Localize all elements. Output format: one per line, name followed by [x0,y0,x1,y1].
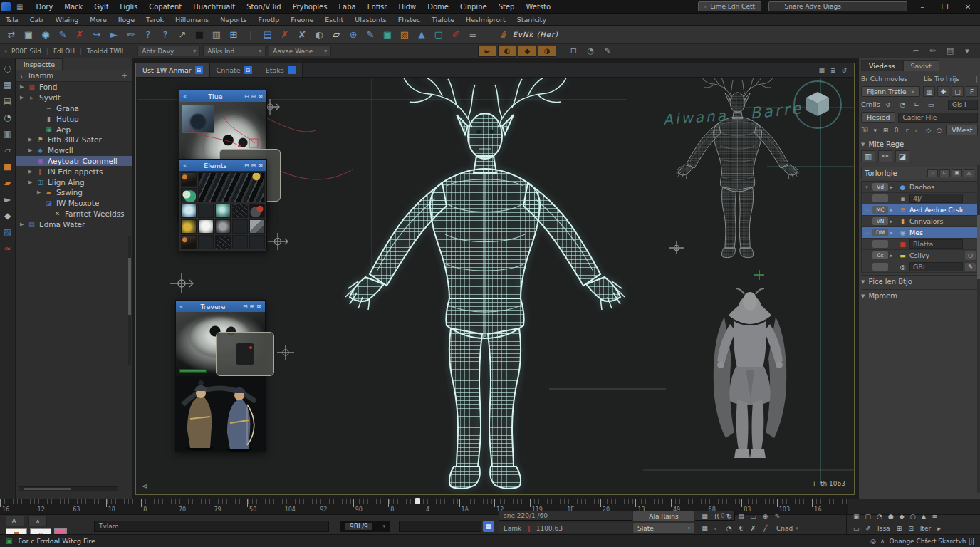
modifier-row[interactable]: ▪ 4J/ [862,193,977,204]
asset-thumbnail[interactable] [215,219,231,234]
viewport-nav-control-icon[interactable]: Iter [920,525,931,532]
minimize-button[interactable]: – [914,3,930,11]
slate-dropdown[interactable]: Slate▾ [632,523,695,533]
toolbar-icon[interactable]: ▾ [960,46,974,56]
panel-title-bar[interactable]: « Tlue ⊟⊞⊠ [179,90,266,102]
toolbar-icon[interactable]: ? [140,27,157,43]
asset-thumbnail[interactable] [181,235,197,249]
modifier-extra-icon[interactable] [965,194,976,203]
grills-icon[interactable]: ↺ [883,101,894,108]
viewport-nav-control-icon[interactable]: ✐ [866,525,872,532]
asset-thumbnail[interactable] [232,204,248,218]
viewport-corner-icon[interactable]: ≣ [830,67,836,74]
mini-icon[interactable]: 0 [892,127,900,134]
modifier-row[interactable]: — DM ▸ ◉ Mes [862,227,977,239]
toolbar-icon[interactable]: ✎ [600,46,615,56]
panel-tool-icon[interactable]: ✚ [937,86,949,97]
close-button[interactable]: ✕ [960,3,976,11]
collapsed-section[interactable]: ▼Mpmem [861,289,978,302]
toolbar-icon[interactable]: ↪ [88,27,105,43]
toolbar-icon[interactable]: ▣ [20,27,37,43]
viewport-nav-control-icon[interactable]: ◔ [877,513,882,520]
hesied-button[interactable]: Hesied [861,112,895,123]
command-panel-tab[interactable]: Savlvt [903,60,939,71]
toolbar-icon[interactable]: ► [105,27,123,43]
asset-thumbnail[interactable] [181,204,197,218]
toolbar-icon[interactable]: ◐ [311,27,328,43]
toolbar-icon[interactable]: | [242,27,259,43]
viewport-nav-control-icon[interactable]: ◆ [900,513,905,520]
modifier-extra-icon[interactable] [965,183,976,192]
snap-toggle-button[interactable]: ◐ [498,46,516,57]
modifier-expand-icon[interactable]: ▸ [890,253,896,259]
panel-minimize-icon[interactable]: ⊟ [244,162,249,169]
toolbar-icon[interactable]: ▢ [430,27,447,43]
tree-item[interactable]: ▶ ◆ Mowcll [16,145,132,156]
menu-item[interactable]: Fnotlp [253,16,286,24]
menu-item[interactable]: Fnfisr [362,3,393,11]
explorer-tab[interactable]: Inspactte [16,58,63,70]
menu-item[interactable]: Cinpine [454,3,493,11]
modifier-extra-icon[interactable] [965,229,976,237]
tool-strip-icon[interactable]: ▤ [0,93,15,109]
panel-tool-icon[interactable]: ▥ [923,86,935,97]
explorer-hscrollbar[interactable] [19,486,118,491]
modifier-extra-icon[interactable] [965,206,976,214]
mini-icon[interactable]: ○ [935,127,943,134]
viewport-nav-control-icon[interactable]: ≡ [932,513,937,520]
panel-maximize-icon[interactable]: ⊞ [251,93,256,100]
menu-item[interactable]: Figlis [114,3,143,11]
snap-toggle-button[interactable]: ◆ [518,46,536,57]
snap-toggle-button[interactable]: ► [478,46,496,57]
grills-icon[interactable]: ▭ [926,101,937,108]
modifier-row[interactable]: ◎ GBt ✎ [862,261,977,273]
viewport-corner-icon[interactable]: ↺ [841,67,847,74]
tree-item[interactable]: ▮ Hotup [16,113,132,124]
toolbar-icon[interactable]: ▨ [396,27,413,43]
modifier-extra-icon[interactable]: ○ [965,251,976,260]
toolbar-icon[interactable]: ◔ [583,46,598,56]
primary-action-button[interactable]: Fijsnn Trstle▸ [861,86,920,97]
asset-thumbnail[interactable] [232,219,248,234]
toolbar-dropdown[interactable]: Abtr Davy▾ [137,46,200,56]
toolbar-icon[interactable]: ↗ [174,27,191,43]
menu-item[interactable]: Tialote [426,16,460,24]
breadcrumb-item[interactable]: Fdl OH [41,48,75,55]
toolbar-icon[interactable]: ✎ [54,27,71,43]
back-button[interactable]: ‹ [4,47,7,55]
menu-item[interactable]: Hillumans [170,16,214,24]
toolbar-dropdown[interactable]: Aavae Wane▾ [269,46,331,56]
viewport-nav-control-icon[interactable]: ▣ [853,513,860,520]
listener-open-icon[interactable]: ▦ [483,521,494,532]
menu-item[interactable]: Stanlcity [511,16,552,24]
toolbar-icon[interactable]: ◉ [37,27,54,43]
toolbar-icon[interactable]: ▲ [413,27,430,43]
search-box[interactable]: ⌐Snare Adve Uiags [768,1,907,11]
menu-item[interactable]: Copatent [143,3,187,11]
modifier-extra-icon[interactable] [965,217,976,226]
toolbar-icon[interactable]: ▤ [259,27,276,43]
viewport-nav-control-icon[interactable]: Issa [877,525,890,532]
secondary-field[interactable] [399,521,481,532]
asset-thumbnail[interactable] [249,204,265,218]
expand-arrow-icon[interactable]: ▶ [20,95,27,100]
menu-item[interactable]: Ston/V3id [241,3,286,11]
toolbar-icon[interactable]: ✘ [293,27,311,43]
toolbar-dropdown[interactable]: Aliks Ind▾ [203,46,266,56]
tool-strip-icon[interactable]: ▣ [0,125,15,142]
mlte-tool-icon[interactable]: ◪ [895,150,909,162]
asset-thumbnail[interactable] [249,219,265,234]
viewport-tab[interactable]: Cnnate ⊡ [210,63,259,77]
viewport-nav-control-icon[interactable]: ▭ [853,525,860,532]
animation-control-icon[interactable]: ⌐ [711,525,722,532]
modifier-expand-icon[interactable]: ▸ [890,207,896,213]
toolbar-icon[interactable]: ▤ [943,46,957,56]
tool-strip-icon[interactable]: ◆ [0,207,15,224]
window-menu-icon[interactable]: ▦ [16,3,23,11]
tree-item[interactable]: ▶ ◫ Liign Aing [16,177,132,187]
cadier-field[interactable]: Cadier Flle [898,113,978,123]
viewport-nav-control-icon[interactable]: ○ [910,513,916,520]
menu-item[interactable]: Escht [319,16,349,24]
viewport-nav-control-icon[interactable]: ▲ [922,513,927,520]
animation-control-icon[interactable]: R [711,513,722,520]
